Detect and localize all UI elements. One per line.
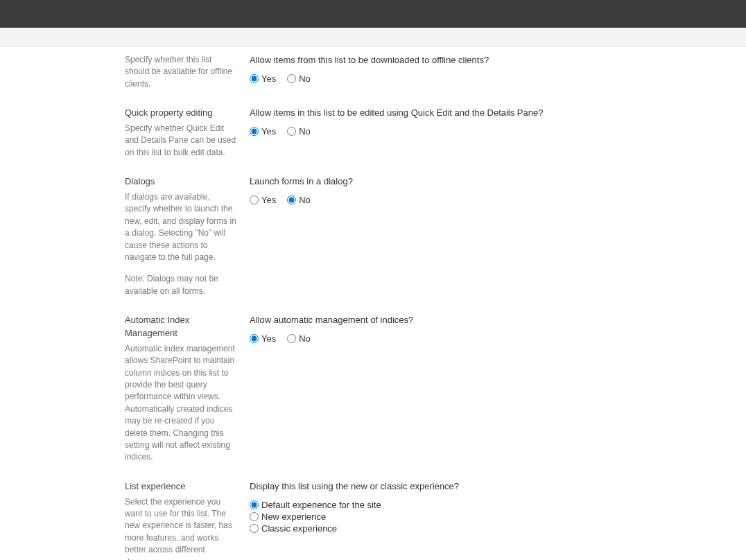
list-exp-question: Display this list using the new or class… [250,480,596,493]
dialogs-yes-option[interactable]: Yes [250,195,276,205]
dialogs-desc: If dialogs are available, specify whethe… [125,191,237,263]
quick-edit-yes-label: Yes [261,126,276,137]
list-exp-default-option[interactable]: Default experience for the site [250,500,596,510]
quick-edit-heading: Quick property editing [125,107,237,120]
quick-edit-no-option[interactable]: No [287,126,311,137]
auto-index-no-radio[interactable] [287,334,296,343]
list-exp-new-radio[interactable] [250,512,259,521]
auto-index-desc: Automatic index management allows ShareP… [125,343,237,464]
section-offline: Specify whether this list should be avai… [125,50,596,90]
offline-yes-radio[interactable] [250,74,259,83]
quick-edit-yes-radio[interactable] [250,127,259,136]
sub-bar [0,28,746,47]
settings-form: Specify whether this list should be avai… [125,47,596,560]
auto-index-yes-option[interactable]: Yes [250,333,276,344]
dialogs-heading: Dialogs [125,175,237,189]
offline-yes-label: Yes [261,73,276,84]
list-exp-desc: Select the experience you want to use fo… [125,496,237,560]
list-exp-default-label: Default experience for the site [261,500,381,510]
section-list-experience: List experience Select the experience yo… [125,476,596,560]
auto-index-no-label: No [299,333,311,344]
dialogs-question: Launch forms in a dialog? [250,175,596,188]
list-exp-new-label: New experience [261,511,326,522]
quick-edit-desc: Specify whether Quick Edit and Details P… [125,123,237,159]
list-exp-classic-label: Classic experience [261,523,337,534]
list-exp-classic-radio[interactable] [250,524,259,533]
dialogs-no-option[interactable]: No [287,195,311,205]
offline-desc: Specify whether this list should be avai… [125,54,237,90]
quick-edit-no-radio[interactable] [287,127,296,136]
offline-no-option[interactable]: No [287,73,311,84]
offline-question: Allow items from this list to be downloa… [250,54,596,67]
offline-yes-option[interactable]: Yes [250,73,276,84]
list-exp-classic-option[interactable]: Classic experience [250,523,596,534]
section-quick-edit: Quick property editing Specify whether Q… [125,103,596,159]
dialogs-yes-label: Yes [261,195,276,205]
top-bar [0,0,746,28]
auto-index-question: Allow automatic management of indices? [250,314,596,326]
quick-edit-question: Allow items in this list to be edited us… [250,107,596,119]
list-exp-default-radio[interactable] [250,500,259,509]
offline-no-label: No [299,73,311,84]
section-auto-index: Automatic Index Management Automatic ind… [125,310,596,464]
auto-index-no-option[interactable]: No [287,333,311,344]
dialogs-yes-radio[interactable] [250,195,259,204]
section-dialogs: Dialogs If dialogs are available, specif… [125,171,596,297]
list-exp-heading: List experience [125,480,237,493]
quick-edit-no-label: No [299,126,311,137]
offline-no-radio[interactable] [287,74,296,83]
dialogs-no-label: No [299,195,311,205]
list-exp-new-option[interactable]: New experience [250,511,596,522]
dialogs-no-radio[interactable] [287,195,296,204]
auto-index-yes-label: Yes [261,333,276,344]
dialogs-note: Note: Dialogs may not be available on al… [125,273,237,297]
quick-edit-yes-option[interactable]: Yes [250,126,276,137]
auto-index-heading: Automatic Index Management [125,314,237,340]
auto-index-yes-radio[interactable] [250,334,259,343]
